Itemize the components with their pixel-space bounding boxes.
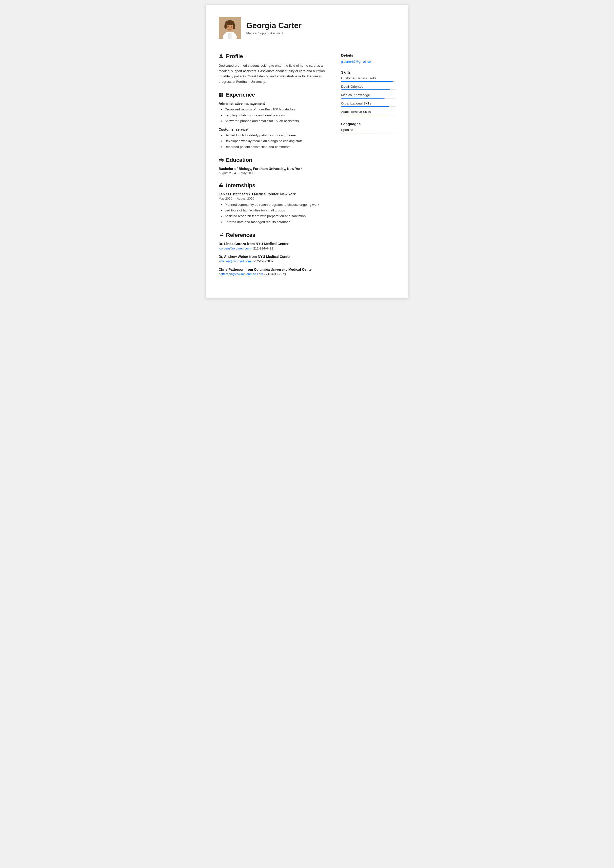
internships-section: Internships Lab assistant at NYU Medical… <box>219 182 329 225</box>
svg-point-6 <box>225 23 227 29</box>
ref-phone-3: 212-638-2273 <box>266 272 286 276</box>
education-section-header: Education <box>219 157 329 163</box>
skill-bar-bg-4 <box>341 115 395 115</box>
ref-name-3: Chris Patterson from Columbia University… <box>219 267 329 272</box>
bullet-item: Recorded patient satisfaction and commen… <box>225 144 329 149</box>
skill-bar-bg-2 <box>341 98 395 99</box>
ref-separator-2: · <box>251 259 253 263</box>
skill-bar-bg-1 <box>341 89 395 90</box>
skill-name-0: Customer Service Skills <box>341 76 395 80</box>
svg-rect-12 <box>222 93 223 95</box>
language-name-0: Spanish <box>341 128 395 132</box>
bullet-item: Organized records of more than 100 lab s… <box>225 107 329 112</box>
skill-name-1: Detail Oriented <box>341 85 395 89</box>
skill-name-4: Administrative Skills <box>341 110 395 113</box>
avatar <box>219 17 241 39</box>
resume-page: Georgia Carter Medical Support Assistant… <box>206 5 408 298</box>
references-title: References <box>226 232 256 238</box>
profile-title: Profile <box>226 53 243 59</box>
skill-bar-fill-3 <box>341 106 389 107</box>
ref-email-1[interactable]: lcoroza@nyumed.com <box>219 247 251 250</box>
skill-bar-fill-2 <box>341 98 385 99</box>
right-column: Details g.carter87@gmail.com Skills Cust… <box>341 53 395 283</box>
references-section: References Dr. Linda Coroza from NYU Med… <box>219 232 329 276</box>
internship-bullets: Planned community outreach programs to d… <box>219 202 329 225</box>
svg-point-7 <box>233 23 235 29</box>
profile-icon <box>219 54 224 59</box>
svg-rect-11 <box>219 93 221 95</box>
experience-title: Experience <box>226 92 255 98</box>
main-layout: Profile Dedicated pre-med student lookin… <box>219 53 395 283</box>
profile-section: Profile Dedicated pre-med student lookin… <box>219 53 329 84</box>
svg-rect-3 <box>228 33 232 39</box>
education-section: Education Bachelor of Biology, Fordham U… <box>219 157 329 175</box>
svg-point-8 <box>227 26 229 28</box>
svg-rect-13 <box>219 95 221 97</box>
job-title-1: Administrative management <box>219 101 329 106</box>
svg-rect-14 <box>222 95 223 97</box>
ref-name-2: Dr. Andrew Weber from NYU Medical Center <box>219 255 329 259</box>
skills-title: Skills <box>341 70 395 75</box>
bullet-item: Kept log of lab visitors and identificat… <box>225 113 329 118</box>
svg-point-10 <box>220 54 222 56</box>
skill-item-1: Detail Oriented <box>341 85 395 90</box>
ref-contact-3: patterson@columbiaumed.com · 212-638-227… <box>219 272 329 276</box>
education-title: Education <box>226 157 252 163</box>
skills-section: Skills Customer Service Skills Detail Or… <box>341 70 395 115</box>
skill-item-3: Organizational Skills <box>341 101 395 107</box>
reference-item-1: Dr. Linda Coroza from NYU Medical Center… <box>219 242 329 250</box>
internships-title: Internships <box>226 182 256 189</box>
internships-section-header: Internships <box>219 182 329 189</box>
ref-email-2[interactable]: aweber@nyumed.com <box>219 259 251 263</box>
skill-bar-bg-0 <box>341 81 395 82</box>
ref-phone-2: 212-293-2832 <box>254 259 274 263</box>
ref-phone-1: 212-994-4482 <box>253 247 273 250</box>
bullet-item: Led tours of lab facilities for small gr… <box>225 208 329 213</box>
experience-section: Experience Administrative management Org… <box>219 92 329 149</box>
profile-section-header: Profile <box>219 53 329 59</box>
education-icon <box>219 158 224 163</box>
svg-rect-16 <box>219 185 223 187</box>
svg-point-17 <box>222 233 223 234</box>
experience-job-1: Administrative management Organized reco… <box>219 101 329 124</box>
education-dates: August 2004 — May 2008 <box>219 171 329 175</box>
job-bullets-1: Organized records of more than 100 lab s… <box>219 107 329 124</box>
header-text: Georgia Carter Medical Support Assistant <box>247 21 395 35</box>
candidate-name: Georgia Carter <box>247 21 395 30</box>
skill-item-0: Customer Service Skills <box>341 76 395 82</box>
internship-dates: May 2020 — August 2020 <box>219 197 329 200</box>
header: Georgia Carter Medical Support Assistant <box>219 17 395 44</box>
language-item-0: Spanish <box>341 128 395 134</box>
bullet-item: Assisted research team with preparation … <box>225 214 329 219</box>
skill-bar-bg-3 <box>341 106 395 107</box>
bullet-item: Served lunch to elderly patients in nurs… <box>225 133 329 138</box>
bullet-item: Answered phones and emails for 15 lab as… <box>225 118 329 124</box>
bullet-item: Developed weekly meal plan alongside coo… <box>225 138 329 143</box>
internship-title: Lab assistant at NYU Medical Center, New… <box>219 192 329 196</box>
svg-point-5 <box>225 20 234 25</box>
skill-bar-fill-0 <box>341 81 393 82</box>
details-section: Details g.carter87@gmail.com <box>341 53 395 64</box>
ref-separator-1: · <box>251 247 253 250</box>
experience-section-header: Experience <box>219 92 329 98</box>
job-title-2: Customer service <box>219 127 329 131</box>
skill-name-3: Organizational Skills <box>341 101 395 105</box>
candidate-title: Medical Support Assistant <box>247 31 395 35</box>
references-section-header: References <box>219 232 329 238</box>
skill-item-4: Administrative Skills <box>341 110 395 115</box>
ref-contact-2: aweber@nyumed.com · 212-293-2832 <box>219 259 329 263</box>
language-bar-bg-0 <box>341 133 395 134</box>
ref-email-3[interactable]: patterson@columbiaumed.com <box>219 272 263 276</box>
experience-icon <box>219 92 224 97</box>
internships-icon <box>219 183 224 188</box>
languages-section: Languages Spanish <box>341 122 395 134</box>
profile-text: Dedicated pre-med student looking to ent… <box>219 63 329 84</box>
details-email[interactable]: g.carter87@gmail.com <box>341 60 374 64</box>
job-bullets-2: Served lunch to elderly patients in nurs… <box>219 133 329 149</box>
skill-bar-fill-4 <box>341 115 388 115</box>
left-column: Profile Dedicated pre-med student lookin… <box>219 53 329 283</box>
references-icon <box>219 233 224 238</box>
bullet-item: Entered data and managed results databas… <box>225 220 329 225</box>
details-title: Details <box>341 53 395 57</box>
skill-name-2: Medical Knowledge <box>341 93 395 97</box>
